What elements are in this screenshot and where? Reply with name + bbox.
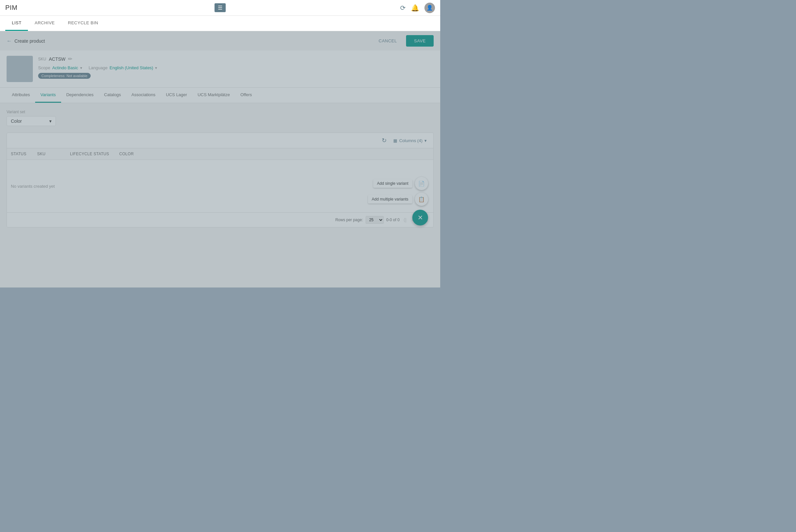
tab-recycle-bin[interactable]: RECYCLE BIN — [61, 16, 105, 31]
avatar-icon: 👤 — [427, 5, 433, 11]
overlay — [0, 31, 440, 287]
bell-icon: 🔔 — [411, 4, 419, 12]
hamburger-button[interactable]: ☰ — [215, 3, 226, 12]
page-content: ← Create product CANCEL SAVE SKU ACTSW ✏… — [0, 31, 440, 287]
refresh-icon-button[interactable]: ⟳ — [400, 4, 406, 12]
top-bar-center: ☰ — [215, 3, 226, 12]
avatar[interactable]: 👤 — [424, 3, 435, 13]
notification-button[interactable]: 🔔 — [411, 4, 419, 12]
top-bar: PIM ☰ ⟳ 🔔 👤 — [0, 0, 440, 16]
tab-archive[interactable]: ARCHIVE — [28, 16, 61, 31]
top-nav-tabs: LIST ARCHIVE RECYCLE BIN — [0, 16, 440, 31]
refresh-icon: ⟳ — [400, 4, 406, 12]
app-title: PIM — [5, 4, 17, 12]
tab-list[interactable]: LIST — [5, 16, 28, 31]
top-bar-right: ⟳ 🔔 👤 — [400, 3, 435, 13]
